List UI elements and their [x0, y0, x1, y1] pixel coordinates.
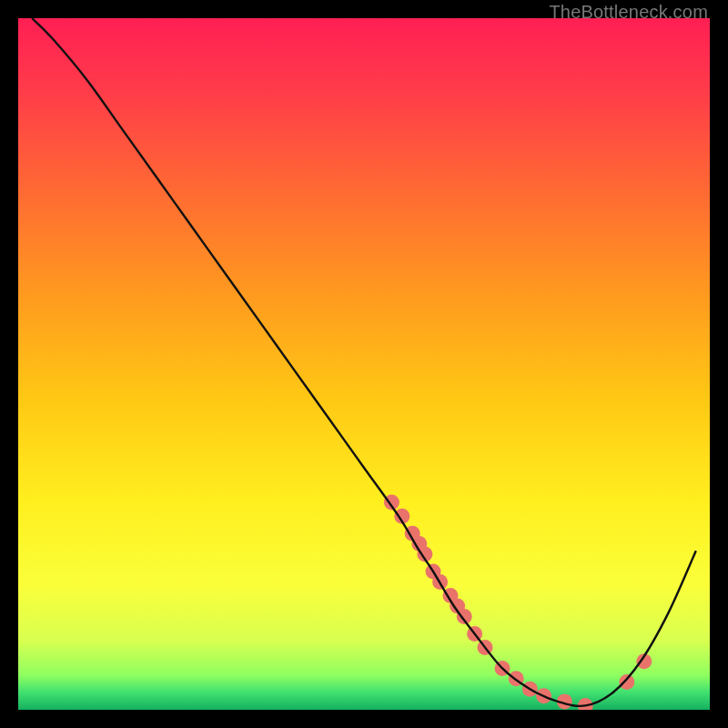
chart-frame	[18, 18, 710, 710]
gradient-background	[18, 18, 710, 710]
chart-canvas	[18, 18, 710, 710]
data-point	[619, 674, 634, 690]
watermark-text: TheBottleneck.com	[549, 2, 708, 23]
